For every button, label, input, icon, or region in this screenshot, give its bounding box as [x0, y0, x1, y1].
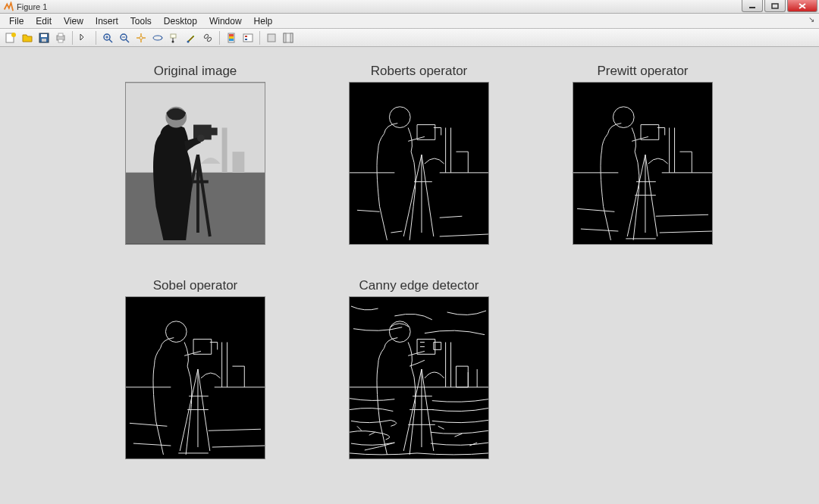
image-axes[interactable] [349, 296, 489, 459]
svg-rect-6 [42, 39, 46, 42]
brush-button[interactable] [184, 30, 199, 45]
svg-rect-34 [284, 33, 286, 42]
svg-rect-27 [229, 36, 234, 39]
subplot-prewitt-operator: Prewitt operator [573, 64, 713, 245]
show-plot-tools-button[interactable] [281, 30, 296, 45]
titlebar: Figure 1 [0, 0, 819, 14]
svg-rect-43 [190, 180, 209, 183]
new-figure-button[interactable] [3, 30, 18, 45]
svg-rect-38 [222, 128, 228, 173]
svg-point-47 [197, 134, 205, 142]
image-axes[interactable] [125, 82, 265, 245]
toolbar-separator [96, 31, 96, 45]
close-button[interactable] [787, 0, 817, 12]
menu-help[interactable]: Help [248, 14, 279, 28]
subplot-title: Roberts operator [349, 64, 489, 79]
dock-toggle-icon[interactable]: ↘ [808, 15, 814, 23]
minimize-button[interactable] [742, 0, 763, 12]
svg-line-11 [109, 39, 112, 42]
zoom-in-button[interactable] [100, 30, 115, 45]
menu-window[interactable]: Window [203, 14, 248, 28]
subplot-roberts-operator: Roberts operator [349, 64, 489, 245]
save-button[interactable] [36, 30, 52, 45]
svg-rect-19 [171, 34, 176, 38]
print-button[interactable] [53, 30, 68, 45]
image-axes[interactable] [349, 82, 489, 245]
toolbar-separator [219, 31, 220, 45]
rotate-3d-button[interactable] [150, 30, 165, 45]
window-title: Figure 1 [17, 2, 47, 11]
image-axes[interactable] [573, 82, 713, 245]
svg-rect-5 [41, 34, 47, 37]
svg-rect-1 [772, 4, 778, 8]
svg-rect-39 [232, 152, 244, 173]
menu-edit[interactable]: Edit [30, 14, 58, 28]
pan-button[interactable] [133, 30, 149, 45]
menu-file[interactable]: File [3, 14, 30, 28]
subplot-title: Sobel operator [125, 278, 265, 293]
svg-rect-52 [126, 297, 265, 459]
menu-tools[interactable]: Tools [124, 14, 158, 28]
edit-plot-button[interactable] [77, 30, 92, 45]
subplot-title: Prewitt operator [573, 64, 713, 79]
subplot-sobel-operator: Sobel operator [125, 278, 265, 459]
window-controls [742, 0, 817, 12]
menu-desktop[interactable]: Desktop [158, 14, 203, 28]
link-button[interactable] [200, 30, 215, 45]
zoom-out-button[interactable] [117, 30, 132, 45]
maximize-button[interactable] [764, 0, 786, 12]
svg-rect-35 [290, 33, 293, 42]
svg-point-3 [11, 33, 16, 37]
matlab-icon [3, 2, 14, 12]
menu-insert[interactable]: Insert [89, 14, 124, 28]
open-button[interactable] [20, 30, 35, 45]
image-axes[interactable] [125, 296, 265, 459]
svg-rect-26 [229, 34, 234, 36]
svg-rect-29 [243, 34, 253, 42]
insert-legend-button[interactable] [240, 30, 256, 45]
svg-rect-32 [268, 34, 275, 42]
svg-rect-28 [229, 39, 234, 41]
menu-view[interactable]: View [58, 14, 89, 28]
svg-rect-45 [210, 128, 218, 136]
figure-canvas: Original image [0, 47, 819, 504]
svg-rect-50 [573, 83, 712, 244]
toolbar [0, 29, 819, 47]
svg-point-21 [172, 40, 174, 42]
insert-colorbar-button[interactable] [224, 30, 239, 45]
svg-rect-8 [58, 33, 63, 36]
svg-rect-37 [126, 173, 265, 244]
hide-plot-tools-button[interactable] [264, 30, 279, 45]
svg-line-15 [126, 39, 129, 42]
subplot-title: Original image [125, 64, 265, 79]
svg-point-17 [140, 36, 143, 39]
toolbar-separator [72, 31, 73, 45]
subplot-title: Canny edge detector [349, 278, 489, 293]
svg-rect-48 [350, 83, 488, 244]
svg-point-22 [187, 40, 190, 42]
subplot-original-image: Original image [125, 64, 265, 245]
subplot-canny-edge-detector: Canny edge detector [349, 278, 489, 459]
svg-rect-9 [58, 39, 63, 42]
menubar: File Edit View Insert Tools Desktop Wind… [0, 14, 819, 29]
data-cursor-button[interactable] [167, 30, 182, 45]
toolbar-separator [259, 31, 260, 45]
